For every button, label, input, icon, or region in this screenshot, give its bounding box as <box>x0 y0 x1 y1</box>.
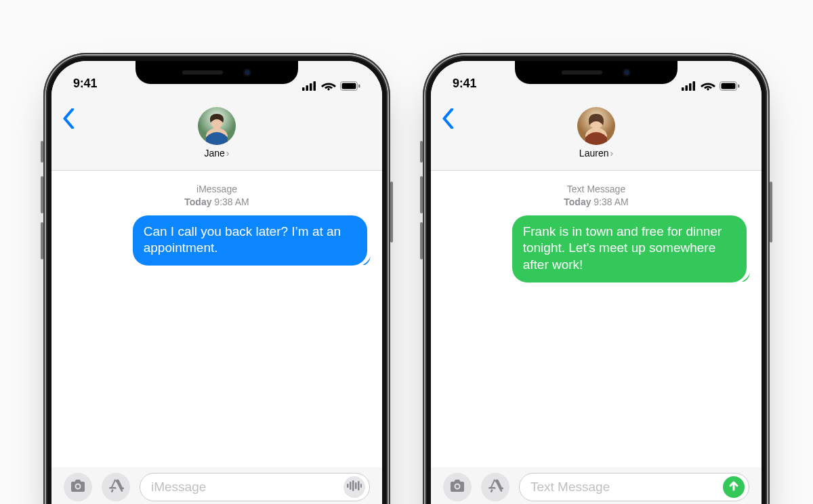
speaker-grille <box>182 70 223 75</box>
svg-rect-1 <box>306 85 309 91</box>
svg-rect-10 <box>352 480 354 491</box>
chevron-right-icon: › <box>610 148 613 159</box>
arrow-up-icon <box>728 480 740 495</box>
message-thread[interactable]: Text Message Today 9:38 AM Frank is in t… <box>431 171 762 467</box>
timestamp-label: iMessage Today 9:38 AM <box>66 183 367 209</box>
notch <box>136 61 298 84</box>
contact-avatar[interactable] <box>577 107 615 145</box>
conversation-header: Jane › <box>51 95 382 171</box>
svg-rect-14 <box>682 87 684 91</box>
camera-icon <box>70 478 86 497</box>
svg-rect-20 <box>738 84 740 87</box>
volume-up[interactable] <box>420 176 423 213</box>
side-button[interactable] <box>770 182 772 243</box>
app-store-icon <box>487 478 503 497</box>
compose-bar: Text Message <box>431 467 762 504</box>
front-camera <box>243 68 251 77</box>
volume-down[interactable] <box>41 222 43 259</box>
message-text: Can I call you back later? I’m at an app… <box>144 224 341 255</box>
camera-button[interactable] <box>443 473 472 501</box>
notch <box>515 61 678 84</box>
screen: 9:41 <box>431 61 762 504</box>
chevron-right-icon: › <box>226 148 230 159</box>
wifi-icon <box>701 81 715 91</box>
contact-name-button[interactable]: Lauren › <box>579 148 613 159</box>
volume-down[interactable] <box>420 222 423 259</box>
contact-name: Lauren <box>579 148 609 159</box>
app-store-button[interactable] <box>481 473 509 501</box>
svg-rect-13 <box>360 484 362 488</box>
back-button[interactable] <box>62 108 75 131</box>
conversation-header: Lauren › <box>431 95 762 171</box>
input-placeholder: Text Message <box>530 480 717 495</box>
audio-record-button[interactable] <box>343 476 365 498</box>
sent-message-bubble[interactable]: Frank is in town and free for dinner ton… <box>512 215 747 282</box>
speaker-grille <box>562 70 602 75</box>
svg-rect-19 <box>722 83 736 89</box>
svg-rect-8 <box>347 484 349 488</box>
timestamp-label: Text Message Today 9:38 AM <box>446 183 747 209</box>
side-button[interactable] <box>390 182 393 243</box>
app-store-button[interactable] <box>102 473 130 501</box>
message-thread[interactable]: iMessage Today 9:38 AM Can I call you ba… <box>51 171 382 467</box>
battery-icon <box>340 81 360 91</box>
iphone-right-frame: 9:41 <box>423 53 770 504</box>
message-input[interactable]: Text Message <box>519 473 749 501</box>
screen: 9:41 <box>51 61 382 504</box>
svg-rect-6 <box>358 84 360 87</box>
svg-rect-17 <box>693 81 696 91</box>
cellular-icon <box>302 81 317 91</box>
svg-rect-16 <box>689 83 692 91</box>
message-input[interactable]: iMessage <box>140 473 370 501</box>
back-button[interactable] <box>442 108 454 131</box>
send-button[interactable] <box>723 476 745 498</box>
svg-rect-0 <box>302 87 305 91</box>
status-time: 9:41 <box>453 77 476 91</box>
cellular-icon <box>682 81 696 91</box>
compose-bar: iMessage <box>51 467 382 504</box>
svg-rect-12 <box>358 481 360 490</box>
mute-switch[interactable] <box>420 141 423 163</box>
camera-button[interactable] <box>64 473 92 501</box>
iphone-left-frame: 9:41 <box>43 53 390 504</box>
app-store-icon <box>108 478 124 497</box>
sent-message-bubble[interactable]: Can I call you back later? I’m at an app… <box>133 215 367 266</box>
front-camera <box>623 68 631 77</box>
svg-rect-5 <box>342 83 356 89</box>
svg-rect-15 <box>686 85 688 91</box>
svg-rect-2 <box>310 83 312 91</box>
status-time: 9:41 <box>73 77 97 91</box>
input-placeholder: iMessage <box>151 480 338 495</box>
svg-rect-3 <box>314 81 316 91</box>
svg-rect-11 <box>355 482 357 489</box>
contact-avatar[interactable] <box>198 107 236 145</box>
wifi-icon <box>321 81 336 91</box>
svg-rect-9 <box>350 482 352 490</box>
camera-icon <box>449 478 465 497</box>
volume-up[interactable] <box>41 176 43 213</box>
battery-icon <box>720 81 740 91</box>
waveform-icon <box>347 480 362 494</box>
contact-name-button[interactable]: Jane › <box>204 148 229 159</box>
message-text: Frank is in town and free for dinner ton… <box>523 224 722 272</box>
contact-name: Jane <box>204 148 224 159</box>
mute-switch[interactable] <box>41 141 43 163</box>
